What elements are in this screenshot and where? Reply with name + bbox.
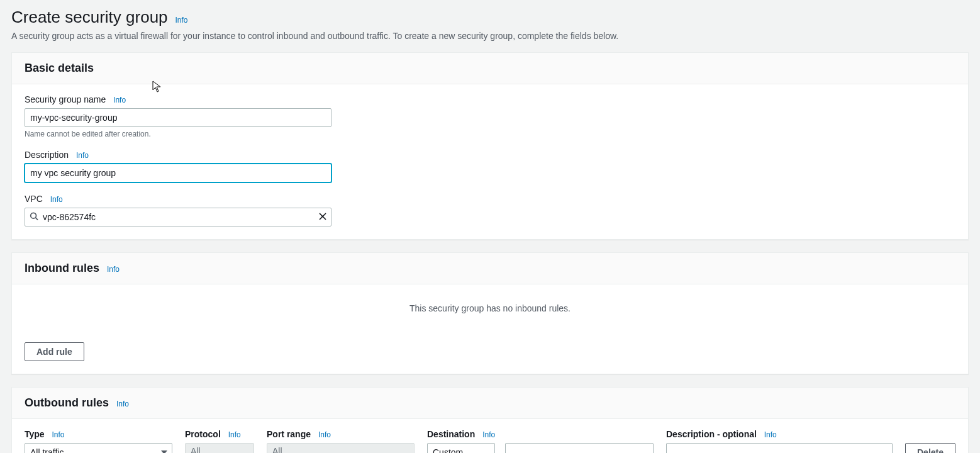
- col-portrange-info-link[interactable]: Info: [318, 430, 331, 439]
- vpc-info-link[interactable]: Info: [50, 195, 63, 204]
- rule-dest-mode-value: Custom: [433, 447, 463, 453]
- rule-protocol-field: All: [185, 443, 254, 453]
- col-destination-label: Destination: [427, 429, 475, 439]
- rule-type-select[interactable]: All traffic: [25, 443, 172, 453]
- sg-name-info-link[interactable]: Info: [113, 96, 126, 104]
- col-protocol-info-link[interactable]: Info: [228, 430, 241, 439]
- inbound-add-rule-button[interactable]: Add rule: [25, 342, 84, 361]
- inbound-rules-panel: Inbound rules Info This security group h…: [11, 252, 969, 374]
- basic-details-panel: Basic details Security group name Info N…: [11, 52, 969, 240]
- col-type-info-link[interactable]: Info: [52, 430, 65, 439]
- col-portrange-label: Port range: [267, 429, 311, 439]
- outbound-rules-panel: Outbound rules Info Type Info All traffi…: [11, 387, 969, 453]
- page-description: A security group acts as a virtual firew…: [11, 31, 969, 41]
- col-protocol-label: Protocol: [185, 429, 221, 439]
- basic-details-title: Basic details: [25, 62, 94, 74]
- sg-desc-input[interactable]: [25, 164, 331, 182]
- inbound-rules-info-link[interactable]: Info: [107, 265, 120, 274]
- sg-name-input[interactable]: [25, 108, 331, 127]
- rule-portrange-field: All: [267, 443, 415, 453]
- rule-dest-mode-select[interactable]: Custom: [427, 443, 495, 453]
- rule-delete-button[interactable]: Delete: [905, 443, 955, 453]
- outbound-rules-info-link[interactable]: Info: [116, 400, 129, 408]
- inbound-rules-title: Inbound rules: [25, 262, 99, 274]
- col-description-info-link[interactable]: Info: [764, 430, 777, 439]
- inbound-empty-text: This security group has no inbound rules…: [25, 294, 955, 323]
- vpc-input[interactable]: [25, 208, 331, 226]
- col-description-label: Description - optional: [666, 429, 757, 439]
- rule-dest-input[interactable]: [505, 443, 654, 453]
- outbound-rules-title: Outbound rules: [25, 396, 109, 409]
- sg-desc-label: Description: [25, 150, 69, 160]
- col-destination-info-link[interactable]: Info: [482, 430, 495, 439]
- clear-icon[interactable]: [319, 211, 326, 223]
- page-title: Create security group: [11, 8, 168, 27]
- col-type-label: Type: [25, 429, 45, 439]
- rule-type-value: All traffic: [30, 447, 64, 453]
- rule-description-input[interactable]: [666, 443, 893, 453]
- page-title-info-link[interactable]: Info: [175, 16, 187, 25]
- vpc-label: VPC: [25, 194, 43, 204]
- sg-desc-info-link[interactable]: Info: [76, 151, 89, 160]
- sg-name-helper: Name cannot be edited after creation.: [25, 130, 955, 138]
- sg-name-label: Security group name: [25, 94, 106, 104]
